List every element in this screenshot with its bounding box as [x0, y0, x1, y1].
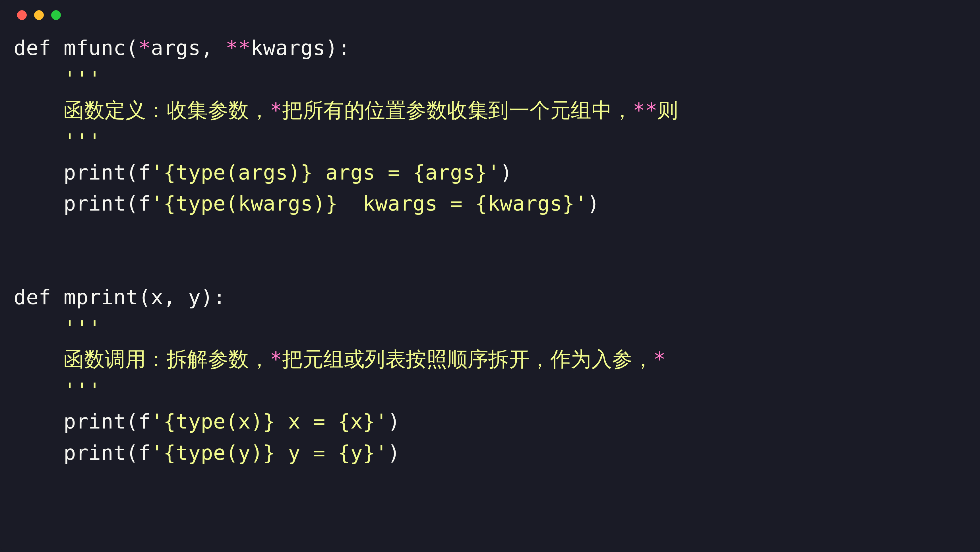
- paren-close: ): [388, 410, 400, 433]
- indent: [14, 410, 64, 433]
- code-editor[interactable]: def mfunc(*args, **kwargs): ''' 函数定义：收集参…: [0, 26, 980, 482]
- print-call: print: [64, 191, 126, 215]
- paren-open-f: (f: [126, 191, 151, 215]
- paren-close-colon: ):: [325, 36, 350, 60]
- indent: [14, 161, 64, 184]
- fstring: '{type(x)} x = {x}': [151, 410, 388, 433]
- paren-close: ): [587, 191, 600, 215]
- code-window: def mfunc(*args, **kwargs): ''' 函数定义：收集参…: [0, 0, 980, 552]
- comma: ,: [201, 36, 226, 60]
- docstring-close: ''': [64, 129, 101, 153]
- docstring-close: ''': [64, 378, 101, 402]
- double-star-operator: **: [633, 98, 658, 122]
- docstring-text: 把所有的位置参数收集到一个元组中，: [282, 98, 633, 122]
- print-call: print: [64, 441, 126, 465]
- paren-open: (: [126, 36, 138, 60]
- keyword-def: def: [14, 36, 51, 60]
- docstring-text: 函数调用：拆解参数，: [64, 347, 270, 371]
- maximize-icon[interactable]: [51, 10, 61, 20]
- star-operator: *: [653, 347, 666, 371]
- close-icon[interactable]: [17, 10, 27, 20]
- indent: [14, 347, 64, 371]
- fstring: '{type(kwargs)} kwargs = {kwargs}': [151, 191, 587, 215]
- indent: [14, 191, 64, 215]
- space: [51, 285, 64, 309]
- print-call: print: [64, 161, 126, 184]
- double-star-operator: **: [226, 36, 251, 60]
- indent: [14, 67, 64, 91]
- paren-close: ): [388, 441, 400, 465]
- docstring-open: ''': [64, 67, 101, 91]
- print-call: print: [64, 410, 126, 433]
- fstring: '{type(args)} args = {args}': [151, 161, 500, 184]
- star-operator: *: [138, 36, 151, 60]
- fstring: '{type(y)} y = {y}': [151, 441, 388, 465]
- params: (x, y):: [138, 285, 226, 309]
- indent: [14, 98, 64, 122]
- window-titlebar: [0, 0, 980, 26]
- space: [51, 36, 64, 60]
- param-args: args: [151, 36, 200, 60]
- docstring-text: 则: [657, 98, 678, 122]
- keyword-def: def: [14, 285, 51, 309]
- function-name: mprint: [64, 285, 138, 309]
- minimize-icon[interactable]: [34, 10, 44, 20]
- indent: [14, 316, 64, 340]
- paren-open-f: (f: [126, 161, 151, 184]
- docstring-open: ''': [64, 316, 101, 340]
- param-kwargs: kwargs: [251, 36, 325, 60]
- star-operator: *: [270, 347, 282, 371]
- indent: [14, 378, 64, 402]
- indent: [14, 441, 64, 465]
- docstring-text: 函数定义：收集参数，: [64, 98, 270, 122]
- function-name: mfunc: [64, 36, 126, 60]
- paren-open-f: (f: [126, 410, 151, 433]
- paren-close: ): [500, 161, 512, 184]
- paren-open-f: (f: [126, 441, 151, 465]
- star-operator: *: [270, 98, 282, 122]
- indent: [14, 129, 64, 153]
- docstring-text: 把元组或列表按照顺序拆开，作为入参，: [282, 347, 653, 371]
